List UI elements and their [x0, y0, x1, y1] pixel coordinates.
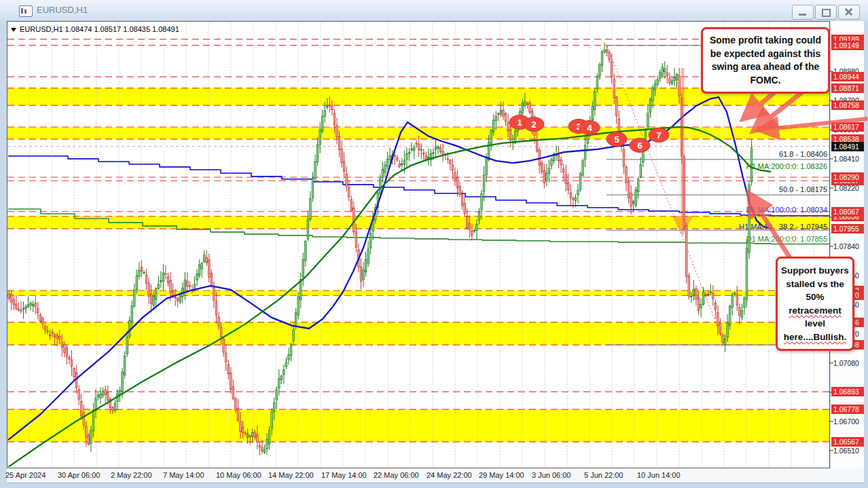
svg-text:2: 2 [531, 119, 536, 130]
price-level-label: 1.07955 [831, 224, 864, 233]
date-tick: 7 May 14:00 [163, 471, 204, 479]
maximize-button[interactable] [815, 5, 837, 20]
symbol-ohlc-readout: EURUSD,H1 1.08474 1.08517 1.08435 1.0849… [11, 25, 179, 33]
price-level-label: 1.06567 [831, 437, 864, 447]
date-tick: 25 Apr 2024 [5, 471, 46, 479]
date-tick: 22 May 06:00 [374, 471, 419, 479]
minimize-button[interactable] [792, 5, 814, 20]
chevron-down-icon[interactable] [11, 28, 16, 32]
price-tick: 1.07840 [833, 242, 859, 251]
close-button[interactable] [838, 5, 860, 20]
note-text: Support buyers stalled vs the 50% [781, 265, 849, 302]
current-price-label: 1.08491 [831, 142, 864, 151]
indicator-label: 61.8 - 1.08406 [779, 150, 827, 158]
svg-text:1: 1 [517, 117, 522, 128]
svg-text:7: 7 [656, 130, 661, 140]
maximize-icon [822, 9, 831, 17]
date-tick: 10 May 06:00 [216, 471, 261, 479]
indicator-label: 50.0 - 1.08175 [779, 185, 827, 193]
price-level-label: 1.08871 [831, 83, 864, 93]
svg-text:4: 4 [587, 123, 592, 133]
price-level-label: 1.09149 [831, 41, 864, 50]
profit-taking-note[interactable]: Some profit taking could be expected aga… [701, 27, 830, 94]
price-level-label: 1.08617 [831, 122, 864, 132]
note-text: here....Bullish. [784, 332, 846, 342]
price-level-label: 1.08944 [831, 72, 864, 81]
indicator-label: H1 MA:200:0:0: 1.08326 [746, 162, 827, 170]
price-level-label: 1.08067 [831, 207, 864, 217]
date-tick: 29 May 14:00 [479, 471, 524, 479]
date-tick: 24 May 22:00 [427, 471, 472, 479]
svg-text:6: 6 [637, 140, 642, 151]
date-tick: 17 May 14:00 [321, 471, 367, 479]
price-tick: 1.06510 [833, 446, 859, 455]
svg-text:5: 5 [614, 134, 619, 145]
price-level-label: 1.06893 [831, 387, 864, 396]
price-level-label: 1.08290 [831, 172, 864, 182]
date-tick: 30 Apr 06:00 [58, 471, 100, 479]
indicator-label: D1 MA:200:0:0: 1.07855 [746, 235, 827, 243]
price-level-label: 1.06778 [831, 405, 864, 414]
window-titlebar[interactable]: EURUSD,H1 [0, 0, 868, 20]
date-tick: 10 Jun 14:00 [637, 471, 681, 479]
indicator-label: H1 MA:10 [739, 223, 772, 231]
price-level-label: 1.08758 [831, 100, 864, 110]
date-tick: 5 Jun 22:00 [584, 471, 623, 479]
chart-icon [19, 5, 33, 17]
price-tick: 1.07080 [833, 358, 859, 368]
window-title: EURUSD,H1 [37, 5, 88, 15]
indicator-label: 38.2 - 1.07945 [779, 223, 827, 231]
date-tick: 14 May 22:00 [268, 471, 314, 479]
date-tick: 2 May 22:00 [111, 471, 152, 479]
date-tick: 3 Jun 06:00 [532, 471, 571, 479]
price-tick: 1.06700 [833, 417, 859, 426]
price-tick: 1.08410 [833, 154, 859, 164]
indicator-label: D1 MA:100:0:0: 1.08034 [746, 206, 827, 214]
note-text: level [805, 318, 825, 329]
daily-moving-averages [8, 156, 829, 244]
support-buyers-note[interactable]: Support buyers stalled vs the 50% retrac… [776, 257, 854, 351]
note-text: retracement [789, 305, 841, 316]
minimize-icon [799, 14, 806, 16]
